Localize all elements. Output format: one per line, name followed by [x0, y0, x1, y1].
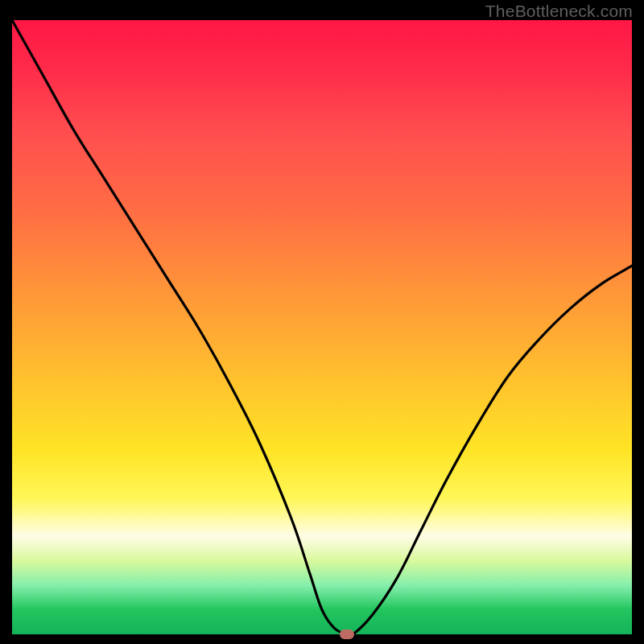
bottleneck-curve	[12, 20, 632, 634]
optimal-point-marker	[340, 630, 354, 639]
chart-container: TheBottleneck.com	[0, 0, 644, 644]
watermark-text: TheBottleneck.com	[485, 2, 633, 21]
plot-area	[12, 20, 632, 634]
